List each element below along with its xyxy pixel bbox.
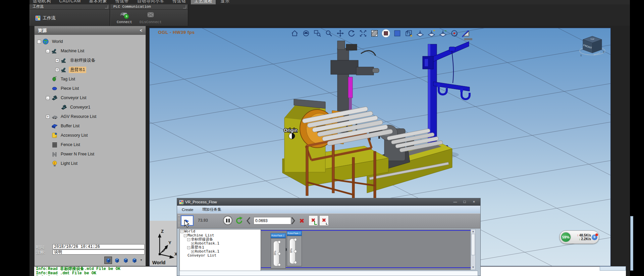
pause-button[interactable] <box>223 216 232 225</box>
horizontal-scrollbar[interactable] <box>600 266 626 271</box>
pan-icon[interactable] <box>336 29 344 38</box>
tab-motion[interactable]: 运动机构 <box>30 0 54 4</box>
task-progress-slider[interactable]: 0% <box>273 241 279 266</box>
tree-item-fence-list[interactable]: Fence List <box>35 140 146 149</box>
shaded-mode-icon[interactable] <box>382 29 390 38</box>
delete-task-button[interactable]: ✖ <box>309 215 318 226</box>
view-mode-button-2[interactable] <box>113 257 121 264</box>
task-header[interactable]: RobotTask.1 <box>287 231 302 236</box>
expander-icon[interactable]: + <box>191 250 194 253</box>
scroll-up-icon[interactable]: ▲ <box>471 229 475 233</box>
view-mode-dropdown-icon[interactable]: ▼ <box>140 259 143 262</box>
minimize-button[interactable]: — <box>451 199 460 205</box>
expander-icon[interactable]: + <box>55 59 59 62</box>
measure-icon[interactable] <box>462 29 470 38</box>
rotate-icon[interactable] <box>347 29 356 38</box>
tree-item-tag-list[interactable]: Tag List <box>35 74 146 84</box>
section-plane-1-icon[interactable] <box>416 29 424 38</box>
expander-icon[interactable]: - <box>187 246 190 249</box>
tree-item-conveyor-list[interactable]: - Conveyor List <box>35 93 146 102</box>
view-cube-top-label[interactable]: TOP <box>590 38 594 40</box>
toolbar-grip[interactable] <box>178 215 180 226</box>
tab-basic-objects[interactable]: 基本对象 <box>86 0 111 4</box>
step-value-input[interactable] <box>254 217 291 224</box>
menu-create[interactable]: Create <box>182 208 194 212</box>
disconnect-button[interactable]: DisConnect <box>140 10 162 24</box>
slider-knob[interactable] <box>278 252 281 255</box>
tab-agv[interactable]: 自动导向小车 <box>134 0 168 4</box>
tab-display[interactable]: 显示 <box>217 0 233 4</box>
comment-input[interactable] <box>53 250 145 255</box>
expander-icon[interactable]: - <box>187 238 190 241</box>
expander-icon[interactable]: - <box>180 230 183 233</box>
orbit-view-icon[interactable] <box>302 29 310 38</box>
task-block-1[interactable]: RobotTask.1 0% <box>271 233 286 269</box>
scroll-down-icon[interactable]: ▼ <box>471 265 475 269</box>
section-plane-2-icon[interactable] <box>427 29 436 38</box>
turntable-icon[interactable] <box>450 29 459 38</box>
flow-tree-cantilever-crane[interactable]: - 悬臂吊1 <box>180 246 261 250</box>
badge-plus-button[interactable]: + <box>592 234 597 240</box>
task-block-2[interactable]: RobotTask.1 0% <box>287 231 302 266</box>
fit-view-icon[interactable] <box>359 29 367 38</box>
task-timeline[interactable]: RobotTask.1 0% RobotTask.1 0% <box>261 229 471 270</box>
tree-item-conveyor1[interactable]: Conveyor1 <box>35 102 146 112</box>
slider-knob[interactable] <box>278 263 281 266</box>
vr-process-flow-window[interactable]: VR_Process_Flow — □ × Create 增加任务集 ▶ 73.… <box>177 198 481 276</box>
view-mode-button-1[interactable] <box>104 257 112 264</box>
section-plane-3-icon[interactable] <box>439 29 447 38</box>
zoom-window-icon[interactable] <box>313 29 322 38</box>
slider-knob[interactable] <box>278 240 281 244</box>
connect-button[interactable]: Connect <box>113 10 136 24</box>
tab-conveyor[interactable]: 传送带 <box>112 0 132 4</box>
slider-knob[interactable] <box>294 250 297 253</box>
time-input[interactable] <box>53 244 145 249</box>
flow-tree-panel[interactable]: - World - Machine List - 非标焊接设备 + RobotT… <box>179 229 261 275</box>
tab-chain[interactable]: 传送链 <box>169 0 190 4</box>
view-mode-button-4[interactable] <box>130 257 138 264</box>
tab-process-flow[interactable]: 工艺流程 <box>191 0 216 4</box>
task-progress-slider[interactable]: 0% <box>289 238 296 264</box>
close-button[interactable]: × <box>470 199 478 205</box>
flow-tree-weld-machine[interactable]: - 非标焊接设备 <box>180 237 261 242</box>
tree-item-cantilever-crane[interactable]: + 悬臂吊1 <box>35 65 146 74</box>
expander-icon[interactable]: + <box>191 242 194 245</box>
scrollbar-thumb[interactable] <box>471 234 475 255</box>
slider-knob[interactable] <box>294 238 297 241</box>
tree-item-power-n-free-list[interactable]: Power N Free List <box>35 149 146 159</box>
loop-button[interactable] <box>234 216 244 225</box>
step-back-icon[interactable] <box>246 217 251 225</box>
flow-tree-conveyor-list[interactable]: Conveyor List <box>180 254 261 258</box>
tree-item-accessory-list[interactable]: Accessory List <box>35 131 146 140</box>
view-cube[interactable]: TOP FRONT RIGHT S E <box>578 33 606 58</box>
bounding-box-icon[interactable] <box>405 29 413 38</box>
home-icon[interactable] <box>290 29 299 38</box>
delete-list-button[interactable]: ✖ L <box>319 215 329 226</box>
workflow-button[interactable]: 工作流 <box>33 13 58 23</box>
timeline-vertical-scrollbar[interactable]: ▲ ▼ <box>471 229 476 270</box>
delete-button[interactable]: ✖ <box>299 216 305 225</box>
view-mode-button-3[interactable] <box>122 257 129 264</box>
flow-window-titlebar[interactable]: VR_Process_Flow — □ × <box>177 198 480 206</box>
panel-collapse-icon[interactable]: < <box>140 26 142 35</box>
expander-icon[interactable]: - <box>37 40 41 44</box>
dialog-launcher-icon[interactable] <box>183 5 186 8</box>
expander-icon[interactable]: - <box>46 96 50 100</box>
tree-item-weld-machine[interactable]: + 非标焊接设备 <box>35 56 146 65</box>
expander-icon[interactable]: - <box>184 234 187 237</box>
expander-icon[interactable]: + <box>55 68 59 72</box>
expander-icon[interactable]: + <box>46 115 50 119</box>
tree-item-agv-list[interactable]: + AGV Resource List <box>35 112 146 121</box>
zoom-icon[interactable] <box>325 29 333 38</box>
step-forward-icon[interactable] <box>291 217 296 225</box>
dialog-launcher-icon[interactable] <box>105 5 108 8</box>
network-speed-badge[interactable]: 59% ↑ 48.5K/s ↓ 2.2K/s + <box>559 230 599 244</box>
wireframe-hatch-icon[interactable] <box>370 29 379 38</box>
tree-item-world[interactable]: - World <box>35 37 146 46</box>
solid-mode-icon[interactable] <box>393 29 401 38</box>
slider-knob[interactable] <box>294 261 297 264</box>
maximize-button[interactable]: □ <box>460 199 469 205</box>
tree-item-light-list[interactable]: Light List <box>35 159 146 168</box>
menu-add-task-set[interactable]: 增加任务集 <box>202 207 222 212</box>
task-header[interactable]: RobotTask.1 <box>271 233 286 238</box>
